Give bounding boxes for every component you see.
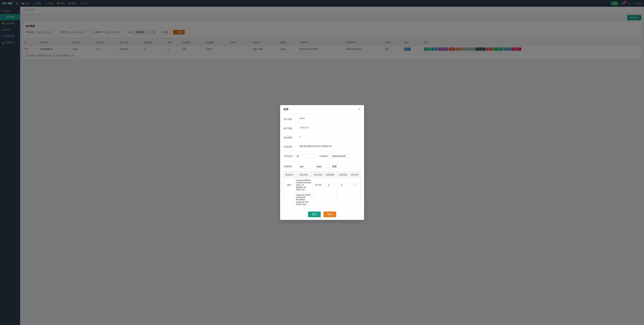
modal-overlay: 派单 ✕ 用户名称 ccccc 账户余额 10412.40 总抢单数 1 当前设… [0, 0, 644, 59]
